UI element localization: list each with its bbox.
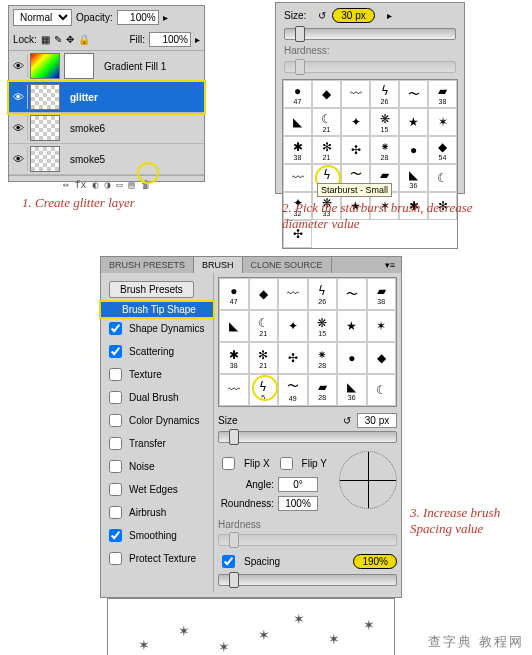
option-checkbox[interactable] [109,483,122,496]
lock-paint-icon[interactable]: ✎ [54,34,62,45]
brush-cell[interactable]: ✶ [367,310,397,342]
layer-row[interactable]: 👁smoke5 [9,144,204,175]
brush-cell[interactable]: ★ [337,310,367,342]
brush-option[interactable]: Noise [101,455,213,478]
brush-cell[interactable]: ◣36 [337,374,367,406]
option-checkbox[interactable] [109,437,122,450]
adjustment-icon[interactable]: ◑ [105,179,111,190]
brush-cell[interactable]: ⁕28 [308,342,338,374]
brush-cell[interactable]: ☾21 [249,310,279,342]
brush-cell[interactable]: ●47 [219,278,249,310]
opacity-input[interactable] [117,10,159,25]
brush-cell[interactable]: 〰 [341,80,370,108]
link-icon[interactable]: ⇔ [62,179,68,190]
brush-cell[interactable]: 〰 [219,374,249,406]
brush-cell[interactable]: ✱38 [219,342,249,374]
brush-cell[interactable]: ϟ5Starburst - Small [312,164,341,192]
lock-move-icon[interactable]: ✥ [66,34,74,45]
tab-brush-presets[interactable]: BRUSH PRESETS [101,257,194,273]
brush-cell[interactable]: ✱38 [283,136,312,164]
group-icon[interactable]: ▭ [117,179,123,190]
layer-row[interactable]: 👁smoke6 [9,113,204,144]
lock-all-icon[interactable]: 🔒 [78,34,90,45]
brush-option[interactable]: Protect Texture [101,547,213,570]
mask-icon[interactable]: ◐ [92,179,98,190]
option-checkbox[interactable] [109,460,122,473]
size-value-2[interactable]: 30 px [357,413,397,428]
option-checkbox[interactable] [109,414,122,427]
brush-cell[interactable]: ✦ [278,310,308,342]
size-slider[interactable] [284,28,456,40]
layer-row[interactable]: 👁glitter [9,82,204,113]
spacing-checkbox[interactable] [222,555,235,568]
blend-mode-select[interactable]: Normal [13,9,72,26]
brush-option[interactable]: Dual Brush [101,386,213,409]
option-checkbox[interactable] [109,529,122,542]
new-layer-icon[interactable]: ▤ [129,179,135,190]
flipx-checkbox[interactable] [222,457,235,470]
brush-cell[interactable]: ❋15 [370,108,399,136]
spacing-slider[interactable] [218,574,397,586]
tab-brush[interactable]: BRUSH [194,257,243,273]
brush-cell[interactable]: ▰38 [428,80,457,108]
fill-input[interactable] [149,32,191,47]
panel-menu-icon[interactable]: ▾≡ [379,257,401,273]
brush-cell[interactable]: ◣36 [399,164,428,192]
brush-cell[interactable]: ☾ [428,164,457,192]
option-checkbox[interactable] [109,391,122,404]
flipy-checkbox[interactable] [280,457,293,470]
brush-cell[interactable]: ⁕28 [370,136,399,164]
brush-cell[interactable]: ● [399,136,428,164]
brush-cell[interactable]: ☾ [367,374,397,406]
option-checkbox[interactable] [109,506,122,519]
brush-cell[interactable]: ✦ [341,108,370,136]
brush-cell[interactable]: 〰 [278,278,308,310]
brush-cell[interactable]: ▰38 [367,278,397,310]
picker-arrow-icon[interactable]: ▸ [387,10,392,21]
option-checkbox[interactable] [109,322,122,335]
brush-option[interactable]: Wet Edges [101,478,213,501]
option-checkbox[interactable] [109,345,122,358]
brush-option[interactable]: Scattering [101,340,213,363]
brush-cell[interactable]: 〜49 [278,374,308,406]
brush-cell[interactable]: ◆54 [428,136,457,164]
brush-cell[interactable]: ✣ [278,342,308,374]
brush-cell[interactable]: ϟ26 [370,80,399,108]
brush-option[interactable]: Transfer [101,432,213,455]
visibility-icon[interactable]: 👁 [9,54,28,78]
size-slider-2[interactable] [218,431,397,443]
brush-cell[interactable]: ◆ [312,80,341,108]
brush-cell[interactable]: ◆ [249,278,279,310]
brush-cell[interactable]: 〜 [337,278,367,310]
opacity-arrow[interactable]: ▸ [163,12,168,23]
brush-cell[interactable]: 〰 [283,164,312,192]
brush-option[interactable]: Airbrush [101,501,213,524]
angle-value[interactable]: 0° [278,477,318,492]
brush-option[interactable]: Texture [101,363,213,386]
reset-size-icon[interactable]: ↺ [318,10,326,21]
brush-cell[interactable]: ☾21 [312,108,341,136]
brush-cell[interactable]: ✻21 [312,136,341,164]
size-value[interactable]: 30 px [332,8,374,23]
lock-transparent-icon[interactable]: ▦ [41,34,50,45]
brush-cell[interactable]: ◣ [219,310,249,342]
roundness-value[interactable]: 100% [278,496,318,511]
fill-arrow[interactable]: ▸ [195,34,200,45]
spacing-value[interactable]: 190% [353,554,397,569]
brush-cell[interactable]: ✶ [428,108,457,136]
brush-option[interactable]: Brush Tip Shape [101,302,213,317]
brush-cell[interactable]: ▰28 [308,374,338,406]
visibility-icon[interactable]: 👁 [9,116,28,140]
brush-cell[interactable]: 〜 [399,80,428,108]
brush-cell[interactable]: ϟ26 [308,278,338,310]
brush-cell[interactable]: ❋15 [308,310,338,342]
brush-cell[interactable]: ★ [399,108,428,136]
option-checkbox[interactable] [109,368,122,381]
fx-icon[interactable]: fx [74,179,86,190]
brush-cell[interactable]: ✣ [341,136,370,164]
tab-clone-source[interactable]: CLONE SOURCE [243,257,332,273]
visibility-icon[interactable]: 👁 [9,85,28,109]
trash-icon[interactable]: 🗑 [141,179,151,190]
brush-presets-button[interactable]: Brush Presets [109,281,194,298]
brush-cell[interactable]: ●47 [283,80,312,108]
